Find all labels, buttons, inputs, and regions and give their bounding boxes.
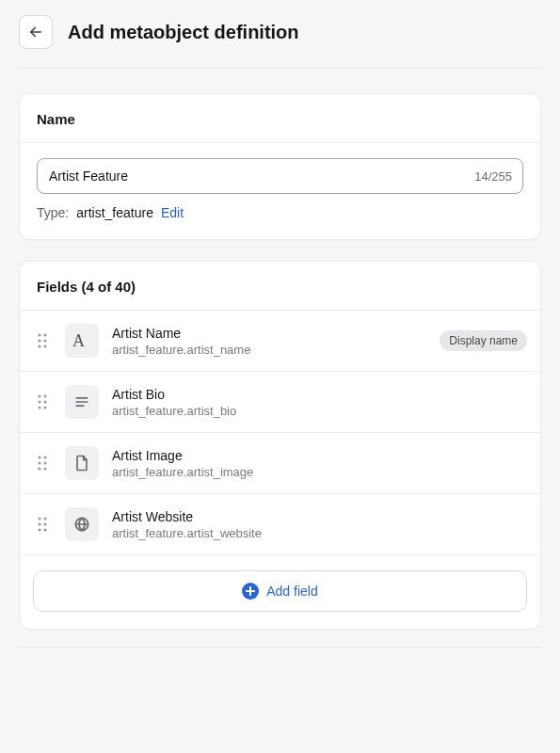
type-value: artist_feature (76, 205, 153, 220)
field-row[interactable]: Artist Image artist_feature.artist_image (20, 433, 540, 494)
svg-point-7 (38, 394, 40, 397)
field-text: Artist Name artist_feature.artist_name (112, 326, 426, 357)
svg-point-16 (38, 456, 40, 458)
svg-point-8 (43, 394, 46, 397)
text-a-icon: A (65, 324, 99, 358)
drag-handle-icon[interactable] (33, 332, 52, 349)
name-input[interactable] (37, 158, 523, 194)
svg-point-9 (38, 400, 40, 403)
display-name-badge: Display name (440, 330, 527, 351)
type-edit-link[interactable]: Edit (161, 205, 184, 220)
field-key-label: artist_feature.artist_website (112, 526, 527, 540)
field-row[interactable]: Artist Bio artist_feature.artist_bio (20, 372, 540, 433)
field-key-label: artist_feature.artist_name (112, 343, 426, 357)
field-text: Artist Website artist_feature.artist_web… (112, 509, 527, 540)
back-button[interactable] (19, 15, 53, 49)
svg-point-1 (38, 333, 40, 336)
svg-point-4 (43, 339, 46, 342)
type-row: Type: artist_feature Edit (37, 205, 523, 220)
field-text: Artist Bio artist_feature.artist_bio (112, 387, 527, 418)
svg-point-10 (43, 400, 46, 403)
fields-card: Fields (4 of 40) A Artist Name artist_fe… (19, 261, 541, 630)
svg-point-19 (43, 461, 46, 464)
arrow-left-icon (27, 24, 44, 40)
svg-point-20 (38, 467, 40, 470)
svg-point-18 (38, 461, 40, 464)
svg-point-21 (43, 467, 46, 470)
svg-point-12 (43, 406, 46, 409)
field-key-label: artist_feature.artist_bio (112, 404, 527, 418)
field-name-label: Artist Name (112, 326, 426, 341)
fields-section-label: Fields (4 of 40) (20, 262, 540, 311)
drag-handle-icon[interactable] (33, 393, 52, 410)
svg-point-3 (38, 339, 40, 342)
name-input-wrap: 14/255 (37, 158, 523, 194)
type-label: Type: (37, 205, 69, 220)
svg-point-2 (43, 333, 46, 336)
field-row[interactable]: A Artist Name artist_feature.artist_name… (20, 311, 540, 372)
drag-handle-icon[interactable] (33, 516, 52, 533)
add-field-label: Add field (266, 584, 317, 599)
field-name-label: Artist Website (112, 509, 527, 524)
svg-point-25 (43, 522, 46, 525)
svg-point-17 (43, 456, 46, 458)
page-title: Add metaobject definition (68, 22, 299, 43)
field-key-label: artist_feature.artist_image (112, 465, 527, 479)
file-icon (65, 446, 99, 480)
svg-point-26 (38, 528, 40, 531)
svg-point-11 (38, 406, 40, 409)
name-section-label: Name (20, 94, 540, 143)
field-name-label: Artist Image (112, 448, 527, 463)
svg-point-6 (43, 344, 46, 347)
field-row[interactable]: Artist Website artist_feature.artist_web… (20, 494, 540, 555)
svg-point-22 (38, 517, 40, 520)
globe-icon (65, 507, 99, 541)
svg-point-5 (38, 344, 40, 347)
name-char-count: 14/255 (474, 169, 512, 184)
drag-handle-icon[interactable] (33, 455, 52, 472)
add-field-button[interactable]: Add field (33, 570, 527, 612)
page-header: Add metaobject definition (19, 15, 541, 69)
field-name-label: Artist Bio (112, 387, 527, 402)
paragraph-icon (65, 385, 99, 419)
svg-point-27 (43, 528, 46, 531)
svg-point-23 (43, 517, 46, 520)
name-card: Name 14/255 Type: artist_feature Edit (19, 93, 541, 240)
field-text: Artist Image artist_feature.artist_image (112, 448, 527, 479)
plus-circle-icon (242, 583, 259, 600)
svg-point-24 (38, 522, 40, 525)
page-bottom-divider (19, 647, 541, 648)
